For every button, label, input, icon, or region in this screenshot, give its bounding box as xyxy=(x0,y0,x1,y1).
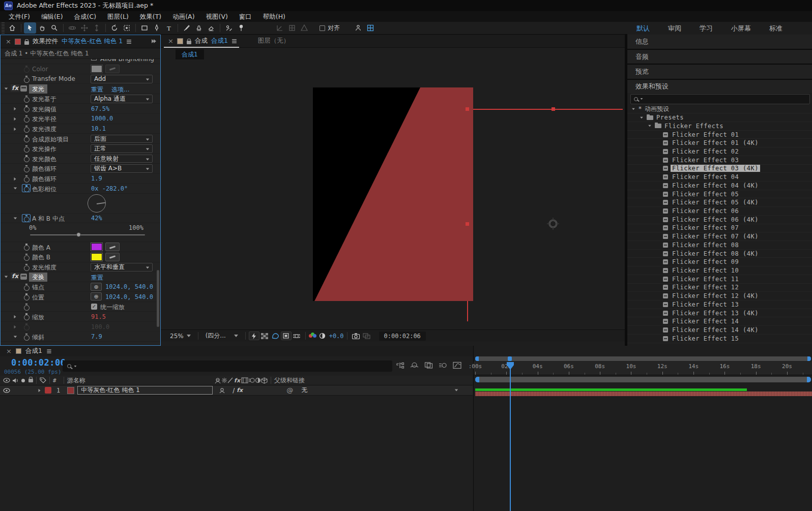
text-tool-button[interactable]: T xyxy=(163,22,175,34)
slider-handle[interactable] xyxy=(76,232,81,237)
panel-menu-icon[interactable] xyxy=(232,41,237,42)
comp-subtab[interactable]: 合成1 xyxy=(176,49,204,59)
preset-list-item[interactable]: Flicker Effect 09 xyxy=(627,258,812,266)
pan-camera-tool-button[interactable] xyxy=(78,22,91,34)
eyedropper-button[interactable] xyxy=(105,243,120,251)
layer-shy-toggle[interactable] xyxy=(219,387,225,394)
rotate-tool-button[interactable] xyxy=(108,22,121,34)
uniform-scale-checkbox[interactable] xyxy=(91,304,97,310)
anchor-crosshair-button[interactable]: ⊕ xyxy=(91,283,102,291)
presets-search-input[interactable] xyxy=(630,94,810,104)
timeline-tab-name[interactable]: 合成1 xyxy=(25,347,42,355)
fx-column-icon[interactable]: fx xyxy=(234,377,240,384)
parent-dropdown-chevron[interactable] xyxy=(455,389,458,392)
scrollbar-thumb[interactable] xyxy=(157,270,159,327)
proportional-grid-button[interactable] xyxy=(364,22,376,34)
preset-list-item[interactable]: Flicker Effect 14 (4K) xyxy=(627,326,812,335)
menu-item[interactable]: 窗口 xyxy=(234,11,257,22)
collapse-icon[interactable] xyxy=(14,336,17,338)
eyedropper-button[interactable] xyxy=(105,65,120,73)
rectangle-tool-button[interactable] xyxy=(138,22,151,34)
eraser-tool-button[interactable] xyxy=(205,22,217,34)
glow-intensity-value[interactable]: 10.1 xyxy=(91,125,106,132)
color-swatch-white[interactable] xyxy=(91,65,102,73)
preset-list-item[interactable]: Flicker Effect 15 xyxy=(627,335,812,343)
source-name-column-header[interactable]: 源名称 xyxy=(67,376,85,385)
quality-column-icon[interactable] xyxy=(221,377,227,383)
frame-blend-column-icon[interactable] xyxy=(241,377,248,383)
playhead-line[interactable] xyxy=(510,362,511,511)
scale-value[interactable]: 91.5 xyxy=(91,313,106,320)
collapsed-panel-header[interactable]: 音频 xyxy=(627,50,812,65)
glow-options-link[interactable]: 选项... xyxy=(111,85,129,94)
expander-icon[interactable] xyxy=(14,177,16,180)
frame-blending-icon[interactable] xyxy=(424,362,433,369)
layer-quality-toggle[interactable]: / xyxy=(233,387,235,394)
menu-item[interactable]: 编辑(E) xyxy=(36,11,69,22)
glow-reset-link[interactable]: 重置 xyxy=(91,85,103,94)
collapse-icon[interactable] xyxy=(14,217,17,219)
layer-handle[interactable] xyxy=(466,107,469,111)
menu-item[interactable]: 文件(F) xyxy=(3,11,36,22)
orbit-camera-tool-button[interactable] xyxy=(66,22,78,34)
close-panel-icon[interactable]: × xyxy=(168,37,173,45)
workspace-tab[interactable]: 审阅 xyxy=(659,24,690,33)
glow-dimensions-dropdown[interactable]: 水平和垂直 xyxy=(91,263,153,272)
hand-tool-button[interactable] xyxy=(36,22,48,34)
menu-item[interactable]: 视图(V) xyxy=(200,11,234,22)
color-phase-value[interactable]: 0x -282.0° xyxy=(91,185,128,192)
midpoint-slider[interactable] xyxy=(30,234,145,235)
layer-expander-icon[interactable] xyxy=(39,388,41,392)
workspace-tab[interactable]: 标准 xyxy=(760,24,792,33)
expander-icon[interactable] xyxy=(14,127,16,130)
skew-value[interactable]: 7.9 xyxy=(91,333,102,340)
guides-grid-button[interactable] xyxy=(292,332,302,340)
dolly-camera-tool-button[interactable] xyxy=(91,22,103,34)
transform-reset-link[interactable]: 重置 xyxy=(91,274,103,282)
layer-viewer-tab[interactable]: 图层（无） xyxy=(258,37,290,45)
layer-name[interactable]: 中等灰色-红色 纯色 1 xyxy=(77,386,213,395)
stopwatch-icon[interactable] xyxy=(23,215,30,222)
lock-icon[interactable] xyxy=(187,41,191,44)
transform-effect-header[interactable]: fx 变换 重置 xyxy=(1,272,160,282)
collapsed-panel-header[interactable]: 信息 xyxy=(627,35,812,50)
fx-badge[interactable]: fx xyxy=(11,273,19,280)
motion-blur-column-icon[interactable] xyxy=(248,377,255,383)
preset-list-item[interactable]: Flicker Effect 01 (4K) xyxy=(627,139,812,147)
time-ruler[interactable]: :00s02s04s06s08s10s12s14s16s18s20s xyxy=(474,362,812,375)
layer-duration-bar[interactable] xyxy=(475,392,812,396)
preset-list-item[interactable]: Flicker Effect 05 (4K) xyxy=(627,198,812,207)
color-b-swatch[interactable] xyxy=(91,253,102,261)
close-panel-icon[interactable]: × xyxy=(6,347,12,355)
fx-badge[interactable]: fx xyxy=(11,84,19,92)
exposure-value[interactable]: +0.0 xyxy=(329,333,344,340)
menu-item[interactable]: 合成(C) xyxy=(69,11,102,22)
preset-list-item[interactable]: Flicker Effect 07 xyxy=(627,224,812,233)
preset-list-item[interactable]: Flicker Effect 07 (4K) xyxy=(627,232,812,241)
viewer-tab-comp-name[interactable]: 合成1 xyxy=(211,37,228,45)
viewer-tab-title[interactable]: 合成 xyxy=(195,37,208,45)
zoom-tool-button[interactable] xyxy=(48,22,61,34)
puppet-pin-tool-button[interactable] xyxy=(235,22,247,34)
timeline-navigator-bar[interactable] xyxy=(475,356,811,361)
preset-list-item[interactable]: Flicker Effect 03 (4K) xyxy=(627,165,812,173)
layer-handle[interactable] xyxy=(552,107,555,111)
graph-editor-icon[interactable] xyxy=(453,362,461,369)
resolution-dropdown[interactable]: (四分... xyxy=(201,332,242,340)
local-axis-mode-button[interactable] xyxy=(274,22,286,34)
preset-list-item[interactable]: Flicker Effect 12 (4K) xyxy=(627,292,812,300)
label-column-icon[interactable] xyxy=(40,377,46,383)
menu-item[interactable]: 图层(L) xyxy=(102,11,134,22)
menu-item[interactable]: 效果(T) xyxy=(134,11,167,22)
preset-list-item[interactable]: Flicker Effect 13 xyxy=(627,300,812,309)
color-looping-dropdown[interactable]: 锯齿 A>B xyxy=(91,164,153,173)
expander-icon[interactable] xyxy=(14,107,16,110)
color-loops-value[interactable]: 1.9 xyxy=(91,175,102,182)
collapse-icon[interactable] xyxy=(5,88,8,90)
position-value[interactable]: 1024.0, 540.0 xyxy=(105,293,153,300)
preset-list-item[interactable]: Flicker Effect 04 (4K) xyxy=(627,182,812,190)
layer-label-color[interactable] xyxy=(45,387,51,394)
angle-dial[interactable] xyxy=(88,194,106,213)
close-panel-icon[interactable]: × xyxy=(6,38,11,45)
parent-dropdown-value[interactable]: 无 xyxy=(301,386,307,395)
